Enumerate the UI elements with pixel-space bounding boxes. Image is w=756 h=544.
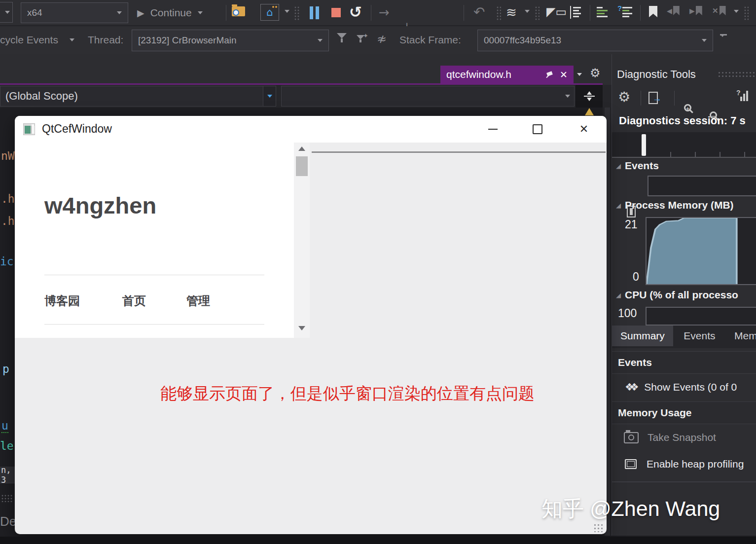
nav-link-manage[interactable]: 管理 (186, 293, 210, 309)
memory-usage-header: Memory Usage (612, 401, 756, 424)
home-button[interactable]: ⌂ (260, 4, 279, 21)
window-titlebar[interactable]: QtCefWindow ✕ (15, 116, 607, 143)
code-fragment: .h (1, 215, 15, 227)
document-tab-strip: qtcefwindow.h ✕ ⚙ (0, 54, 614, 85)
bottom-scrollbar-bar[interactable] (0, 537, 756, 544)
camera-icon (624, 432, 639, 443)
vs-debug-screen: x64 ▶ Continue ⌂ ↺ → ↓ (0, 0, 756, 544)
tab-events[interactable]: Events (675, 326, 723, 346)
chevron-down-icon[interactable] (525, 13, 530, 22)
diagnostic-tools-panel: Diagnostic Tools ⚙ + − ? Diagnostics ses… (612, 54, 756, 536)
format-indent-icon[interactable] (597, 7, 611, 19)
stack-frame-combo[interactable]: 00007ffc34b95e13 (477, 30, 713, 51)
zoom-in-icon[interactable]: + (684, 104, 691, 111)
timeline-marker[interactable] (642, 134, 646, 156)
export-icon[interactable] (648, 92, 658, 104)
member-dropdown[interactable] (281, 86, 575, 107)
toolbar-separator (590, 5, 590, 21)
break-all-button[interactable] (310, 6, 322, 19)
browse-symbols-button[interactable] (232, 6, 247, 18)
memory-axis-min: 0 (633, 270, 639, 284)
counters-icon[interactable]: ? (736, 91, 750, 104)
restart-icon[interactable]: ↺ (349, 3, 362, 21)
process-memory-header[interactable]: ◢ Process Memory (MB) (616, 199, 756, 211)
chevron-down-icon[interactable] (734, 13, 739, 22)
filter-flagged-icon[interactable]: ✦ (356, 35, 365, 42)
gear-icon[interactable]: ⚙ (590, 66, 601, 80)
code-fragment: ic (0, 255, 14, 268)
toggle-bookmark-icon[interactable] (649, 6, 657, 17)
toolbar-overflow-icon[interactable] (720, 34, 727, 46)
configuration-combo[interactable]: x64 (21, 2, 128, 23)
close-tab-icon[interactable]: ✕ (560, 69, 568, 80)
expand-triangle-icon: ◢ (616, 162, 621, 170)
lifecycle-events-dropdown[interactable]: cycle Events (0, 34, 58, 46)
session-timeline[interactable] (612, 132, 756, 158)
maximize-icon (533, 124, 542, 134)
events-track[interactable] (648, 176, 756, 196)
chevron-down-icon[interactable] (70, 38, 74, 41)
chevron-down-icon (5, 11, 10, 14)
document-outline-icon[interactable] (570, 6, 582, 19)
take-snapshot-button[interactable]: Take Snapshot (612, 425, 756, 450)
debug-location-toolbar: cycle Events Thread: [23192] CrBrowserMa… (0, 26, 756, 54)
scope-arrow-box (263, 86, 276, 106)
resize-grip[interactable] (593, 523, 604, 532)
code-fragment: p (2, 363, 9, 375)
format-document-icon[interactable]: ? (618, 7, 633, 19)
stack-frame-label: Stack Frame: (399, 34, 461, 46)
next-bookmark-icon[interactable]: ▶ (689, 6, 702, 15)
undo-icon[interactable]: ↶ (473, 4, 485, 20)
page-scrollbar[interactable] (294, 143, 310, 338)
nav-link-home[interactable]: 首页 (122, 293, 146, 309)
panel-title-grip[interactable] (718, 71, 755, 79)
toolbar-grip[interactable] (294, 6, 300, 21)
scope-dropdown[interactable]: (Global Scope) (0, 86, 276, 107)
partial-combo[interactable] (0, 2, 13, 23)
code-fragment: nW (1, 149, 15, 162)
split-window-button[interactable] (576, 85, 603, 108)
show-events-link[interactable]: ❖❖ Show Events (0 of 0 (612, 375, 756, 399)
pin-icon[interactable] (546, 71, 554, 78)
page-heading: w4ngzhen (44, 192, 156, 219)
thread-combo[interactable]: [23192] CrBrowserMain (132, 30, 329, 51)
toolbar-grip[interactable] (535, 6, 540, 21)
minimize-button[interactable] (481, 119, 504, 140)
filter-icon[interactable] (336, 33, 347, 42)
toolbar-grip[interactable] (496, 6, 501, 21)
toggle-flagged-icon[interactable]: ≉ (377, 32, 387, 46)
watermark: 知乎 @Zhen Wang (541, 495, 720, 523)
tab-memory-usage[interactable]: Memory Usage (726, 326, 756, 346)
events-section-header[interactable]: ◢ Events (616, 160, 659, 172)
nav-link-blog[interactable]: 博客园 (44, 293, 80, 309)
settings-gear-icon[interactable]: ⚙ (618, 89, 630, 105)
diagnostics-tab-bar: Summary Events Memory Usage (612, 326, 756, 348)
continue-button[interactable]: ▶ Continue (137, 4, 203, 22)
prev-bookmark-icon[interactable]: ◀ (667, 6, 680, 15)
clear-bookmarks-icon[interactable]: ✕ (712, 6, 726, 15)
qtcefwindow-window[interactable]: QtCefWindow ✕ w4ngzhen 博客园 首页 管理 (15, 116, 607, 534)
scroll-thumb[interactable] (296, 156, 308, 176)
enable-heap-profiling-button[interactable]: Enable heap profiling (612, 452, 756, 476)
stop-debugging-icon[interactable] (331, 8, 341, 17)
chevron-down-icon (318, 39, 323, 42)
scroll-down-icon[interactable] (298, 326, 305, 330)
toolbar-grip[interactable] (744, 6, 749, 21)
tab-list-chevron-icon[interactable] (577, 73, 582, 76)
chevron-down-icon[interactable] (285, 13, 289, 22)
cpu-chart-area (646, 307, 756, 326)
close-button[interactable]: ✕ (573, 119, 595, 140)
maximize-button[interactable] (526, 119, 549, 140)
minimize-icon (488, 129, 498, 130)
browser-page: w4ngzhen 博客园 首页 管理 (15, 143, 294, 338)
home-icon: ⌂ (266, 6, 273, 18)
show-next-statement-icon[interactable]: → (379, 5, 390, 20)
select-pointer-icon[interactable]: ◤▭ (546, 5, 567, 19)
chip-icon (625, 459, 637, 469)
comment-out-icon[interactable]: ≋ (506, 5, 517, 20)
scroll-up-icon[interactable] (298, 146, 305, 151)
chevron-down-icon (702, 39, 707, 42)
tab-qtcefwindow[interactable]: qtcefwindow.h ✕ (440, 66, 574, 83)
tab-summary[interactable]: Summary (612, 326, 673, 346)
cpu-section-header[interactable]: ◢ CPU (% of all processo (616, 289, 756, 301)
